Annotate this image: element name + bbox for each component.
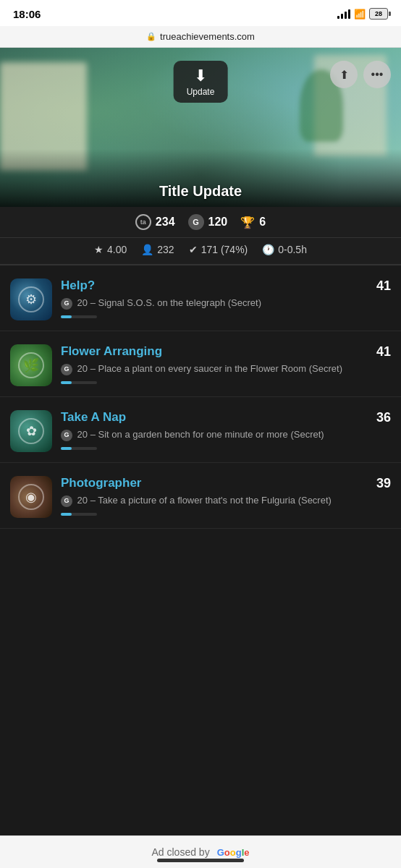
achievement-thumb: ◉: [10, 476, 52, 518]
completions-item: ✔ 171 (74%): [189, 244, 248, 255]
players-value: 232: [157, 244, 174, 255]
g-badge: G: [61, 364, 72, 375]
achievement-content: Take A Nap 36 G 20 – Sit on a garden ben…: [61, 410, 391, 450]
progress-bar-track: [61, 447, 97, 450]
achievement-item: ◉ Photographer 39 G 20 – Take a picture …: [0, 463, 401, 529]
share-button[interactable]: ⬆: [330, 61, 358, 88]
share-icon: ⬆: [339, 68, 349, 82]
achievement-score: 41: [376, 344, 391, 359]
trophy-icon: 🏆: [240, 216, 255, 229]
status-icons: 📶 28: [337, 8, 388, 20]
achievement-item: ⚙ Help? 41 G 20 – Signal S.O.S. on the t…: [0, 265, 401, 331]
achievement-header: Flower Arranging 41: [61, 344, 391, 359]
hero-title-area: Title Update: [0, 183, 401, 207]
achievement-header: Help? 41: [61, 278, 391, 294]
players-icon: 👤: [141, 244, 153, 255]
clock-icon: 🕐: [262, 244, 274, 255]
stats-bar: ta 234 G 120 🏆 6: [0, 207, 401, 238]
rating-value: 4.00: [107, 244, 127, 255]
google-logo: Google: [217, 847, 250, 858]
status-time: 18:06: [13, 8, 41, 20]
achievement-content: Flower Arranging 41 G 20 – Place a plant…: [61, 344, 391, 384]
lock-icon: 🔒: [146, 32, 156, 41]
achievement-description: G 20 – Signal S.O.S. on the telegraph (S…: [61, 297, 391, 310]
check-icon: ✔: [189, 244, 198, 255]
update-button[interactable]: ⬇ Update: [174, 61, 228, 103]
achievement-thumb: 🌿: [10, 344, 52, 386]
achievement-score: 41: [376, 278, 391, 294]
achievement-description: G 20 – Place a plant on every saucer in …: [61, 362, 391, 375]
progress-bar-track: [61, 513, 97, 516]
progress-bar-fill: [61, 447, 72, 450]
update-button-label: Update: [187, 87, 215, 97]
g-icon: G: [188, 214, 204, 230]
g-badge: G: [61, 298, 72, 310]
ta-score-value: 234: [156, 216, 175, 229]
trophy-item: 🏆 6: [240, 216, 266, 229]
achievement-description: G 20 – Take a picture of a flower that's…: [61, 494, 391, 507]
progress-bar-track: [61, 381, 97, 384]
achievement-thumb: ⚙: [10, 278, 52, 320]
achievement-score: 39: [376, 476, 391, 491]
trophy-count: 6: [259, 216, 266, 229]
g-badge: G: [61, 430, 72, 441]
achievement-item: ✿ Take A Nap 36 G 20 – Sit on a garden b…: [0, 397, 401, 463]
battery-icon: 28: [369, 8, 388, 20]
status-bar: 18:06 📶 28: [0, 0, 401, 26]
achievement-name[interactable]: Flower Arranging: [61, 344, 162, 359]
wifi-icon: 📶: [354, 9, 366, 20]
url-bar[interactable]: 🔒 trueachievements.com: [0, 26, 401, 48]
g-score-value: 120: [208, 216, 228, 229]
completions-value: 171 (74%): [201, 244, 248, 255]
hero-title: Title Update: [10, 183, 391, 200]
ta-icon: ta: [135, 214, 151, 230]
achievement-content: Photographer 39 G 20 – Take a picture of…: [61, 476, 391, 516]
progress-bar-fill: [61, 513, 72, 516]
achievement-header: Take A Nap 36: [61, 410, 391, 425]
achievement-name[interactable]: Help?: [61, 278, 95, 293]
star-icon: ★: [94, 244, 104, 255]
ellipsis-icon: •••: [371, 68, 384, 81]
time-value: 0-0.5h: [278, 244, 307, 255]
achievement-header: Photographer 39: [61, 476, 391, 491]
ta-score-item: ta 234: [135, 214, 175, 230]
achievement-score: 36: [376, 410, 391, 425]
g-score-item: G 120: [188, 214, 228, 230]
more-options-button[interactable]: •••: [363, 61, 391, 88]
url-domain: trueachievements.com: [160, 31, 255, 42]
achievement-item: 🌿 Flower Arranging 41 G 20 – Place a pla…: [0, 331, 401, 397]
ad-closed-text: Ad closed by: [151, 846, 209, 858]
progress-bar-fill: [61, 381, 72, 384]
achievement-content: Help? 41 G 20 – Signal S.O.S. on the tel…: [61, 278, 391, 318]
meta-bar: ★ 4.00 👤 232 ✔ 171 (74%) 🕐 0-0.5h: [0, 238, 401, 265]
home-indicator: [157, 859, 244, 862]
hero-action-buttons: ⬆ •••: [330, 61, 391, 88]
time-item: 🕐 0-0.5h: [262, 244, 307, 255]
signal-icon: [337, 9, 350, 19]
progress-bar-fill: [61, 315, 72, 318]
achievement-thumb: ✿: [10, 410, 52, 452]
achievement-description: G 20 – Sit on a garden bench for one min…: [61, 428, 391, 441]
progress-bar-track: [61, 315, 97, 318]
achievement-list: ⚙ Help? 41 G 20 – Signal S.O.S. on the t…: [0, 265, 401, 529]
achievement-name[interactable]: Take A Nap: [61, 410, 126, 425]
ad-bar: Ad closed by Google: [0, 835, 401, 868]
download-icon: ⬇: [194, 68, 207, 84]
achievement-name[interactable]: Photographer: [61, 476, 141, 490]
hero-banner: ⬇ Update ⬆ ••• Title Update: [0, 48, 401, 207]
players-item: 👤 232: [141, 244, 174, 255]
g-badge: G: [61, 495, 72, 507]
rating-item: ★ 4.00: [94, 244, 127, 255]
